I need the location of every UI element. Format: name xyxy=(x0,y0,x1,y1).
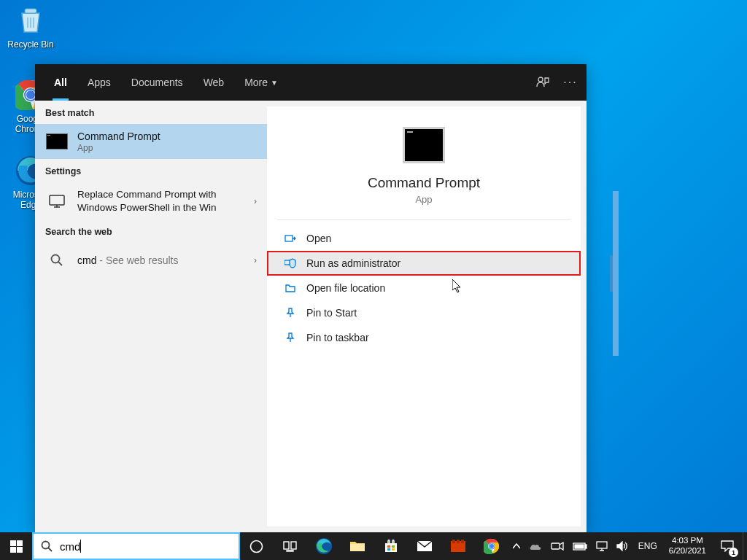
open-icon xyxy=(283,233,298,244)
tray-clock[interactable]: 4:03 PM 6/20/2021 xyxy=(663,532,712,560)
taskbar-store[interactable] xyxy=(374,532,408,560)
taskbar-file-explorer[interactable] xyxy=(341,532,374,560)
pin-icon xyxy=(283,307,298,319)
command-prompt-icon xyxy=(45,130,69,153)
show-desktop-button[interactable] xyxy=(743,532,747,560)
chevron-right-icon: › xyxy=(254,196,257,206)
tray-onedrive-icon[interactable] xyxy=(525,532,546,560)
search-input-text: cmd xyxy=(60,540,80,553)
result-command-prompt[interactable]: Command Prompt App xyxy=(35,124,267,159)
section-best-match: Best match xyxy=(35,101,267,124)
preview-subtitle: App xyxy=(277,194,570,205)
action-pin-to-start[interactable]: Pin to Start xyxy=(267,300,581,325)
svg-rect-11 xyxy=(10,540,16,546)
svg-rect-21 xyxy=(350,544,365,551)
settings-display-icon xyxy=(45,190,69,213)
svg-rect-12 xyxy=(17,540,23,546)
tab-all[interactable]: All xyxy=(44,64,77,101)
svg-rect-38 xyxy=(585,545,587,548)
svg-rect-17 xyxy=(284,542,289,549)
tray-language[interactable]: ENG xyxy=(632,532,663,560)
window-accent-bar xyxy=(613,191,619,356)
tab-apps[interactable]: Apps xyxy=(77,64,121,101)
start-button[interactable] xyxy=(0,532,32,560)
action-pin-to-taskbar[interactable]: Pin to taskbar xyxy=(267,325,581,350)
taskbar-app-orange[interactable] xyxy=(441,532,475,560)
taskbar-cortana[interactable] xyxy=(240,532,274,560)
desktop-icon-recycle-bin[interactable]: Recycle Bin xyxy=(3,3,58,50)
text-cursor xyxy=(80,540,81,553)
result-title: Replace Command Prompt with Windows Powe… xyxy=(77,188,254,214)
svg-rect-25 xyxy=(387,548,390,551)
search-preview-pane: Command Prompt App Open Run as administr… xyxy=(267,106,581,526)
tray-show-hidden[interactable] xyxy=(508,532,525,560)
chevron-right-icon: › xyxy=(254,255,257,265)
svg-rect-9 xyxy=(285,236,293,241)
svg-point-6 xyxy=(538,77,543,82)
tray-action-center[interactable]: 1 xyxy=(712,532,743,560)
svg-rect-26 xyxy=(392,548,395,551)
svg-rect-31 xyxy=(461,540,464,543)
svg-rect-7 xyxy=(50,195,64,205)
tray-network-icon[interactable] xyxy=(592,532,612,560)
search-icon xyxy=(41,540,53,552)
svg-rect-29 xyxy=(452,540,455,543)
preview-title: Command Prompt xyxy=(277,175,570,191)
svg-rect-23 xyxy=(387,545,390,548)
svg-point-8 xyxy=(52,255,60,263)
svg-rect-36 xyxy=(551,543,560,549)
result-title: cmd - See web results xyxy=(77,254,254,266)
search-results-list: Best match Command Prompt App Settings R… xyxy=(35,101,267,532)
result-web-cmd[interactable]: cmd - See web results › xyxy=(35,243,267,278)
action-open[interactable]: Open xyxy=(267,226,581,251)
action-run-as-administrator[interactable]: Run as administrator xyxy=(267,251,581,276)
svg-rect-13 xyxy=(10,547,16,553)
svg-point-35 xyxy=(489,544,494,548)
taskbar-task-view[interactable] xyxy=(274,532,307,560)
chevron-down-icon: ▼ xyxy=(271,79,278,87)
desktop-icon-label: Recycle Bin xyxy=(3,39,58,50)
taskbar-chrome[interactable] xyxy=(475,532,508,560)
svg-point-16 xyxy=(251,540,263,552)
svg-point-4 xyxy=(26,90,35,99)
svg-rect-30 xyxy=(457,540,460,543)
feedback-icon[interactable] xyxy=(535,75,550,90)
svg-rect-18 xyxy=(291,542,296,549)
search-header: All Apps Documents Web More▼ ··· xyxy=(35,64,587,101)
search-icon xyxy=(45,249,69,272)
section-settings: Settings xyxy=(35,159,267,182)
options-icon[interactable]: ··· xyxy=(563,75,578,90)
tab-documents[interactable]: Documents xyxy=(121,64,193,101)
system-tray: ENG 4:03 PM 6/20/2021 1 xyxy=(508,532,747,560)
result-replace-cmd-powershell[interactable]: Replace Command Prompt with Windows Powe… xyxy=(35,182,267,219)
preview-actions: Open Run as administrator Open file loca… xyxy=(267,220,581,356)
section-search-web: Search the web xyxy=(35,219,267,243)
tray-battery-icon[interactable] xyxy=(568,532,592,560)
pin-icon xyxy=(283,332,298,343)
notification-badge: 1 xyxy=(729,548,738,557)
tray-volume-icon[interactable] xyxy=(612,532,632,560)
taskbar: cmd ENG 4:03 PM 6/20/2021 1 xyxy=(0,532,747,560)
result-subtitle: App xyxy=(77,143,257,153)
shield-admin-icon xyxy=(283,257,298,269)
svg-rect-14 xyxy=(17,547,23,553)
recycle-bin-icon xyxy=(13,3,48,38)
svg-rect-19 xyxy=(287,551,293,551)
taskbar-edge[interactable] xyxy=(307,532,341,560)
tray-meet-now-icon[interactable] xyxy=(546,532,568,560)
windows-logo-icon xyxy=(10,540,23,553)
search-filter-tabs: All Apps Documents Web More▼ xyxy=(44,64,535,101)
tab-more[interactable]: More▼ xyxy=(234,64,288,101)
svg-rect-24 xyxy=(392,545,395,548)
search-results-panel: All Apps Documents Web More▼ ··· Best ma… xyxy=(35,64,587,532)
action-open-file-location[interactable]: Open file location xyxy=(267,276,581,300)
svg-rect-40 xyxy=(597,542,607,548)
svg-rect-22 xyxy=(385,543,397,552)
svg-rect-39 xyxy=(575,545,584,548)
tab-web[interactable]: Web xyxy=(193,64,235,101)
folder-icon xyxy=(283,282,298,294)
svg-rect-0 xyxy=(25,9,36,13)
preview-app-icon xyxy=(403,127,445,163)
taskbar-mail[interactable] xyxy=(408,532,441,560)
taskbar-search-box[interactable]: cmd xyxy=(32,532,240,560)
